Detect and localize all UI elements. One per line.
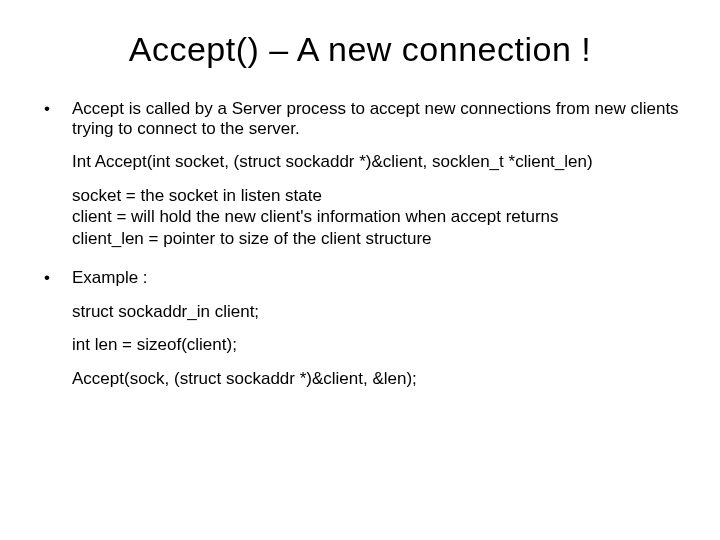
slide-title: Accept() – A new connection ! [40, 30, 680, 69]
bullet-1-intro: Accept is called by a Server process to … [72, 99, 680, 138]
param-socket: socket = the socket in listen state [72, 186, 680, 206]
example-len-decl: int len = sizeof(client); [72, 335, 680, 355]
param-client: client = will hold the new client's info… [72, 207, 680, 227]
bullet-mark: • [40, 99, 72, 138]
slide: Accept() – A new connection ! • Accept i… [0, 0, 720, 540]
example-line-3: Accept(sock, (struct sockaddr *)&client,… [72, 369, 680, 389]
bullet-2-label: Example : [72, 268, 680, 288]
signature-text: Int Accept(int socket, (struct sockaddr … [72, 152, 680, 172]
bullet-1-params: socket = the socket in listen state clie… [72, 186, 680, 249]
param-client-len: client_len = pointer to size of the clie… [72, 229, 680, 249]
example-accept-call: Accept(sock, (struct sockaddr *)&client,… [72, 369, 680, 389]
example-line-2: int len = sizeof(client); [72, 335, 680, 355]
slide-body: • Accept is called by a Server process t… [40, 99, 680, 388]
bullet-item-1: • Accept is called by a Server process t… [40, 99, 680, 138]
bullet-1-signature: Int Accept(int socket, (struct sockaddr … [72, 152, 680, 172]
example-line-1: struct sockaddr_in client; [72, 302, 680, 322]
example-struct-decl: struct sockaddr_in client; [72, 302, 680, 322]
bullet-item-2: • Example : [40, 268, 680, 288]
bullet-mark: • [40, 268, 72, 288]
